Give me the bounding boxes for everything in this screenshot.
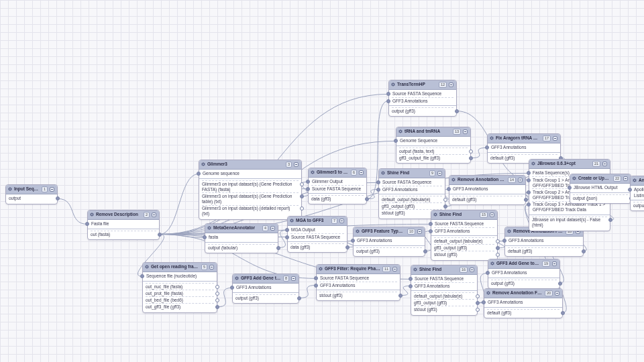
input-port[interactable] [386, 99, 390, 103]
output-port[interactable] [365, 197, 369, 201]
input-port[interactable] [394, 139, 398, 143]
input-port[interactable] [485, 145, 489, 149]
workflow-node-orfs[interactable]: Get open reading frames (ORFs) or coding… [142, 262, 217, 313]
workflow-canvas[interactable]: Input Sequence1outputRemove Description2… [0, 0, 644, 362]
workflow-node-gff3_add_gene2[interactable]: GFF3 Add Gene to CDS for display19GFF3 A… [488, 259, 560, 289]
output-port[interactable] [443, 204, 447, 208]
input-port[interactable] [409, 277, 413, 281]
collapse-icon[interactable] [270, 226, 275, 231]
collapse-icon[interactable] [437, 171, 442, 176]
collapse-icon[interactable] [470, 267, 474, 272]
input-port[interactable] [527, 178, 531, 182]
connection[interactable] [58, 198, 87, 224]
input-port[interactable] [85, 222, 89, 226]
output-port[interactable] [496, 246, 500, 250]
node-header[interactable]: MGA to GFF37 [288, 217, 347, 226]
connection[interactable] [160, 174, 199, 234]
collapse-icon[interactable] [294, 162, 299, 167]
output-port[interactable] [215, 292, 219, 296]
input-port[interactable] [486, 271, 490, 275]
node-header[interactable]: Shine Find16 [411, 265, 477, 275]
output-port[interactable] [398, 294, 402, 298]
input-port[interactable] [230, 286, 234, 290]
output-port[interactable] [476, 308, 480, 312]
node-header[interactable]: Remove Annotation Feature14 [449, 176, 525, 185]
collapse-icon[interactable] [518, 178, 523, 182]
output-port[interactable] [524, 198, 528, 202]
input-port[interactable] [482, 300, 486, 304]
output-port[interactable] [469, 149, 473, 154]
connection[interactable] [160, 235, 205, 238]
input-port[interactable] [429, 229, 433, 233]
workflow-node-glimmer3[interactable]: Glimmer33Genome sequenceGlimmer3 on inpu… [199, 160, 302, 220]
input-port[interactable] [502, 239, 506, 243]
node-header[interactable]: GFF3 Add Gene to CDS for display19 [488, 259, 559, 269]
collapse-icon[interactable] [209, 265, 214, 269]
output-port[interactable] [558, 282, 562, 286]
collapse-icon[interactable] [490, 213, 494, 217]
node-header[interactable]: Create or Update Organism22 [570, 174, 631, 184]
output-port[interactable] [455, 109, 459, 113]
collapse-icon[interactable] [449, 82, 453, 87]
workflow-node-remove_feat_1[interactable]: Remove Annotation Feature14GFF3 Annotati… [449, 175, 526, 205]
input-port[interactable] [376, 188, 380, 192]
node-header[interactable]: Get open reading frames (ORFs) or coding… [143, 263, 217, 272]
input-port[interactable] [447, 187, 451, 191]
node-header[interactable]: Annotate23 [631, 176, 644, 186]
output-port[interactable] [608, 218, 612, 222]
output-port[interactable] [469, 156, 473, 160]
node-header[interactable]: MetaGeneAnnotator4 [205, 224, 278, 233]
output-port[interactable] [215, 285, 219, 289]
node-header[interactable]: Shine Find15 [431, 210, 497, 220]
collapse-icon[interactable] [602, 162, 607, 166]
output-port[interactable] [423, 249, 427, 253]
output-port[interactable] [300, 182, 304, 186]
collapse-icon[interactable] [359, 170, 364, 175]
node-header[interactable]: GFF3 Add Gene to CDS8 [233, 274, 299, 284]
input-port[interactable] [386, 92, 390, 96]
node-header[interactable]: JBrowse 0.6.3+cpt21 [529, 160, 610, 169]
node-header[interactable]: Input Sequence1 [6, 185, 57, 194]
input-port[interactable] [527, 202, 531, 206]
input-port[interactable] [314, 284, 318, 288]
output-port[interactable] [582, 249, 586, 253]
workflow-node-meta_gene[interactable]: MetaGeneAnnotator4fastaoutput (tabular) [205, 223, 278, 253]
output-port[interactable] [215, 305, 219, 309]
node-header[interactable]: Glimmer3 to GFF36 [309, 168, 366, 178]
output-port[interactable] [345, 245, 350, 249]
collapse-icon[interactable] [623, 176, 628, 181]
workflow-node-shine_find_3[interactable]: Shine Find16Source FASTA SequenceGFF3 An… [411, 265, 478, 316]
node-header[interactable]: TransTermHP12 [389, 80, 456, 90]
input-port[interactable] [140, 274, 144, 278]
workflow-node-gff3_require_phage[interactable]: GFF3 Filter: Require Phage Start11Source… [316, 264, 400, 301]
node-header[interactable]: Shine Find9 [379, 169, 445, 178]
input-port[interactable] [527, 171, 531, 175]
node-header[interactable]: GFF3 Filter: Require Phage Start11 [317, 265, 400, 274]
output-port[interactable] [476, 294, 480, 298]
input-port[interactable] [285, 228, 289, 232]
connection[interactable] [471, 147, 487, 158]
output-port[interactable] [561, 311, 565, 315]
collapse-icon[interactable] [152, 213, 156, 217]
workflow-node-create_org[interactable]: Create or Update Organism22JBrowse HTML … [570, 174, 631, 204]
output-port[interactable] [297, 296, 301, 300]
collapse-icon[interactable] [392, 267, 397, 272]
workflow-node-remove_feat_3[interactable]: Remove Annotation Feature20GFF3 Annotati… [484, 288, 563, 318]
collapse-icon[interactable] [417, 229, 422, 234]
collapse-icon[interactable] [50, 187, 54, 192]
output-port[interactable] [476, 301, 480, 305]
node-header[interactable]: Remove Annotation Feature20 [484, 289, 562, 298]
output-port[interactable] [56, 196, 60, 200]
workflow-node-gff3_add_gene[interactable]: GFF3 Add Gene to CDS8GFF3 Annotationsout… [232, 274, 299, 304]
output-port[interactable] [496, 253, 500, 257]
node-header[interactable]: Fix Aragorn tRNA model17 [488, 134, 560, 143]
input-port[interactable] [306, 180, 310, 184]
node-header[interactable]: Glimmer33 [199, 160, 301, 170]
workflow-node-glimmer_to_gff3[interactable]: Glimmer3 to GFF36Glimmer OutputSource FA… [308, 168, 367, 204]
workflow-node-trans_term[interactable]: TransTermHP12Source FASTA SequenceGFF3 A… [388, 80, 457, 117]
collapse-icon[interactable] [339, 219, 344, 223]
workflow-node-trna_trna[interactable]: tRNA and tmRNA13Genome Sequenceoutput (f… [396, 127, 471, 164]
workflow-node-input_seq[interactable]: Input Sequence1output [5, 184, 58, 204]
workflow-node-annotate[interactable]: Annotate23Apollo Organism Listingoutput … [630, 176, 644, 211]
workflow-node-shine_find_2[interactable]: Shine Find15Source FASTA SequenceGFF3 An… [431, 210, 498, 261]
